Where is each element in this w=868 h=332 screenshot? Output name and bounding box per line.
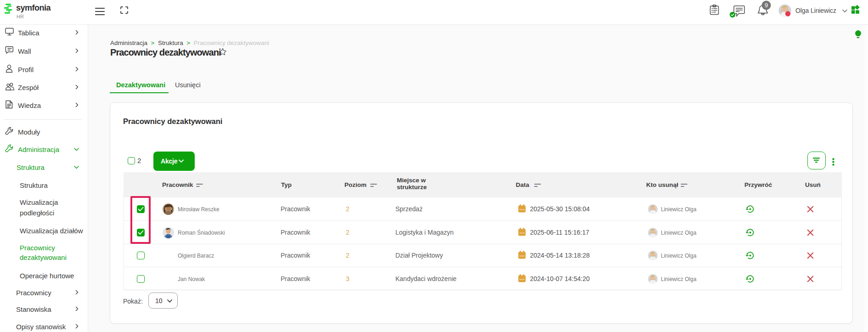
svg-text:9: 9	[765, 2, 768, 9]
